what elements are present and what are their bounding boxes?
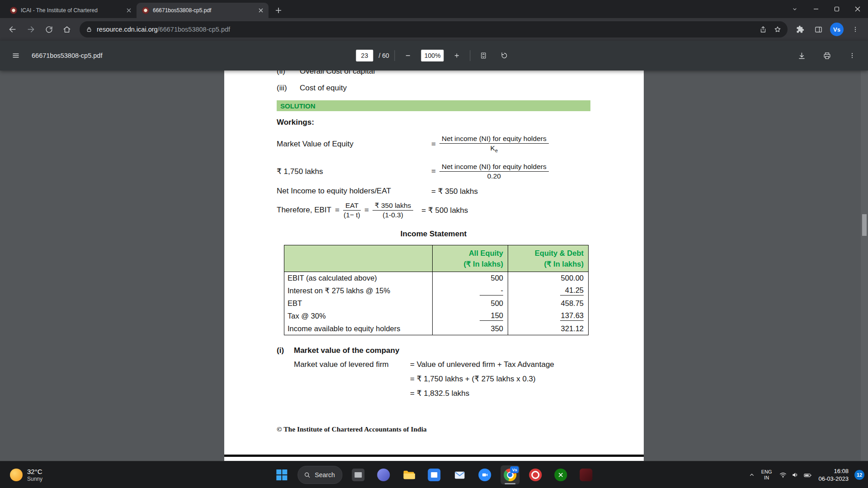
extensions-puzzle-icon[interactable] xyxy=(792,21,808,38)
pdf-menu-hamburger-icon[interactable] xyxy=(8,48,24,63)
tab-close-icon[interactable] xyxy=(125,6,133,14)
page-number-input[interactable]: 23 xyxy=(356,50,373,61)
list-item-number: (ii) xyxy=(277,70,300,76)
browser-titlebar: ICAI - The Institute of Chartered 66671b… xyxy=(0,0,868,18)
folder-icon xyxy=(403,469,415,481)
volume-icon xyxy=(791,471,799,479)
formula-label: Market Value of Equity xyxy=(277,140,431,149)
share-icon[interactable] xyxy=(756,22,770,37)
market-value-heading: (i) Market value of the company xyxy=(277,346,603,355)
taskbar-search[interactable]: Search xyxy=(297,466,342,484)
pdf-toolbar: 66671bos53808-cp5.pdf 23 / 60 100% xyxy=(0,41,868,70)
icai-favicon-icon xyxy=(10,7,17,14)
fraction-numerator: Net income (NI) for equity holders xyxy=(439,162,549,172)
minimize-button[interactable] xyxy=(806,0,826,18)
tray-chevron-up-icon[interactable] xyxy=(748,471,755,479)
app-icon-screenshot-tool[interactable] xyxy=(349,465,368,484)
taskbar: 32°C Sunny Search Vs xyxy=(0,461,868,488)
envelope-icon xyxy=(453,469,466,481)
profile-avatar[interactable]: Vs xyxy=(830,23,844,36)
table-header-all-equity: All Equity (₹ In lakhs) xyxy=(433,245,508,272)
weather-widget[interactable]: 32°C Sunny xyxy=(6,461,46,488)
equals-sign: = xyxy=(431,140,436,149)
tab-icai-website[interactable]: ICAI - The Institute of Chartered xyxy=(5,3,137,18)
tab-search-chevron-icon[interactable] xyxy=(786,0,804,18)
app-icon-media-player[interactable] xyxy=(577,465,596,484)
maximize-button[interactable] xyxy=(826,0,847,18)
tab-title: 66671bos53808-cp5.pdf xyxy=(153,7,253,14)
weather-description: Sunny xyxy=(27,476,42,482)
active-app-indicator xyxy=(505,483,516,484)
sun-icon xyxy=(10,469,23,481)
system-tray: ENG IN 16:08 06-03-2023 12 xyxy=(748,461,864,488)
equals-sign: = xyxy=(335,206,340,215)
fraction-denominator: 0.20 xyxy=(439,172,549,181)
forward-button[interactable] xyxy=(23,21,39,38)
app-icon-chat[interactable] xyxy=(374,465,393,484)
pdf-filename: 66671bos53808-cp5.pdf xyxy=(32,52,102,59)
table-row: Income available to equity holders 350 3… xyxy=(284,323,589,335)
print-button[interactable] xyxy=(819,48,835,63)
search-label: Search xyxy=(315,471,335,479)
vertical-scrollbar[interactable] xyxy=(861,70,868,461)
table-row: Tax @ 30% 150 137.63 xyxy=(284,310,589,323)
table-header-equity-debt: Equity & Debt (₹ In lakhs) xyxy=(508,245,589,272)
zoom-out-button[interactable] xyxy=(401,48,416,63)
table-header-empty xyxy=(284,245,433,272)
app-icon-store[interactable] xyxy=(425,465,444,484)
window-controls xyxy=(786,0,868,18)
page-total-label: / 60 xyxy=(378,52,389,59)
tab-close-icon[interactable] xyxy=(257,6,265,14)
back-button[interactable] xyxy=(5,21,21,38)
list-item-text: Overall Cost of capital xyxy=(300,70,375,76)
app-icon-screen-recorder[interactable] xyxy=(526,465,545,484)
table-header-row: All Equity (₹ In lakhs) Equity & Debt (₹… xyxy=(284,245,589,272)
close-window-button[interactable] xyxy=(847,0,868,18)
tab-pdf-document[interactable]: 66671bos53808-cp5.pdf xyxy=(137,3,269,18)
fraction-denominator: (1-0.3) xyxy=(373,211,414,220)
notification-badge[interactable]: 12 xyxy=(854,470,864,480)
address-bar[interactable]: resource.cdn.icai.org/66671bos53808-cp5.… xyxy=(80,21,788,38)
app-icon-xbox[interactable] xyxy=(552,465,571,484)
fraction: Net income (NI) for equity holders Ke xyxy=(439,134,549,154)
url-text: resource.cdn.icai.org/66671bos53808-cp5.… xyxy=(97,26,756,33)
list-item-iii: (iii) Cost of equity xyxy=(277,83,603,93)
language-indicator[interactable]: ENG IN xyxy=(761,469,772,481)
pdf-page: (ii) Overall Cost of capital (iii) Cost … xyxy=(224,70,644,461)
new-tab-button[interactable] xyxy=(272,4,285,17)
copyright-footer: © The Institute of Chartered Accountants… xyxy=(277,425,603,433)
chrome-profile-badge: Vs xyxy=(510,466,519,473)
formula-label: Net Income to equity holders/EAT xyxy=(277,187,431,196)
side-panel-icon[interactable] xyxy=(810,21,826,38)
browser-menu-kebab-icon[interactable] xyxy=(847,21,863,38)
equals-sign: = xyxy=(364,206,369,215)
pdf-more-options-kebab-icon[interactable] xyxy=(844,48,860,63)
income-statement-title: Income Statement xyxy=(277,230,590,239)
fraction-numerator: ₹ 350 lakhs xyxy=(373,201,414,211)
table-row: Interest on ₹ 275 lakhs @ 15% - 41.25 xyxy=(284,285,589,297)
formula-result: = ₹ 1,832.5 lakhs xyxy=(410,389,469,398)
home-button[interactable] xyxy=(59,21,75,38)
rotate-page-button[interactable] xyxy=(497,48,512,63)
zoom-in-button[interactable] xyxy=(449,48,465,63)
lock-icon[interactable] xyxy=(86,26,92,33)
clock[interactable]: 16:08 06-03-2023 xyxy=(819,467,849,483)
app-icon-chrome[interactable]: Vs xyxy=(501,465,520,484)
fraction-denominator: Ke xyxy=(439,144,549,154)
battery-icon xyxy=(803,471,812,479)
app-icon-mail[interactable] xyxy=(450,465,469,484)
fit-to-page-button[interactable] xyxy=(476,48,491,63)
app-icon-zoom[interactable] xyxy=(476,465,495,484)
reload-button[interactable] xyxy=(41,21,57,38)
scrollbar-thumb[interactable] xyxy=(862,214,867,236)
formula-label: Therefore, EBIT xyxy=(277,206,331,215)
tray-status-icons[interactable] xyxy=(778,471,813,479)
start-button[interactable] xyxy=(272,465,291,484)
download-button[interactable] xyxy=(794,48,809,63)
market-value-line: = ₹ 1,750 lakhs + (₹ 275 lakhs x 0.3) xyxy=(277,374,603,384)
time: 16:08 xyxy=(819,467,849,475)
icai-favicon-icon xyxy=(142,7,149,14)
app-icon-file-explorer[interactable] xyxy=(400,465,419,484)
zoom-level-input[interactable]: 100% xyxy=(421,50,444,61)
bookmark-star-icon[interactable] xyxy=(770,22,785,37)
